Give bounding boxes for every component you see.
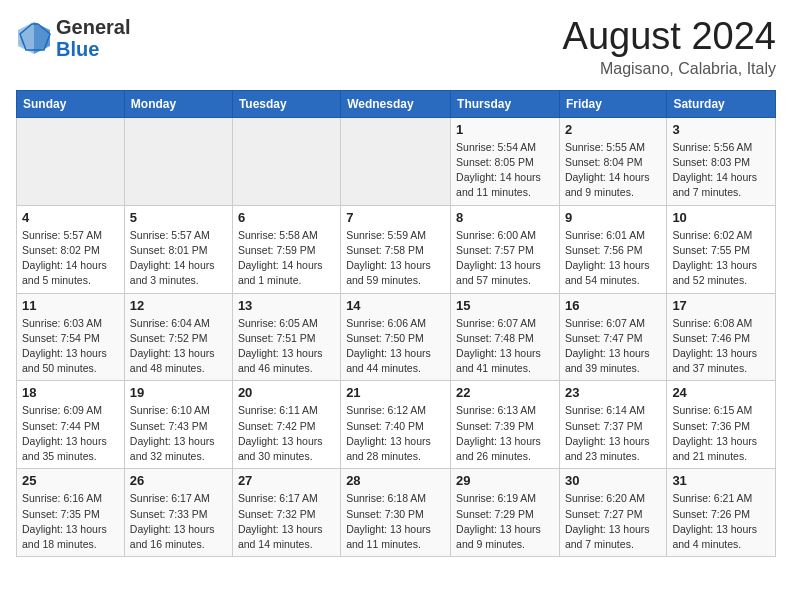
week-row-1: 1Sunrise: 5:54 AMSunset: 8:05 PMDaylight… <box>17 117 776 205</box>
day-cell: 27Sunrise: 6:17 AMSunset: 7:32 PMDayligh… <box>232 469 340 557</box>
day-number: 16 <box>565 298 661 313</box>
day-info: Sunrise: 5:57 AMSunset: 8:01 PMDaylight:… <box>130 229 215 287</box>
day-cell: 29Sunrise: 6:19 AMSunset: 7:29 PMDayligh… <box>451 469 560 557</box>
day-info: Sunrise: 5:56 AMSunset: 8:03 PMDaylight:… <box>672 141 757 199</box>
month-title: August 2024 <box>563 16 776 58</box>
day-cell: 26Sunrise: 6:17 AMSunset: 7:33 PMDayligh… <box>124 469 232 557</box>
day-info: Sunrise: 6:18 AMSunset: 7:30 PMDaylight:… <box>346 492 431 550</box>
day-cell: 21Sunrise: 6:12 AMSunset: 7:40 PMDayligh… <box>341 381 451 469</box>
header-wednesday: Wednesday <box>341 90 451 117</box>
day-number: 29 <box>456 473 554 488</box>
day-number: 23 <box>565 385 661 400</box>
day-number: 5 <box>130 210 227 225</box>
day-info: Sunrise: 6:19 AMSunset: 7:29 PMDaylight:… <box>456 492 541 550</box>
day-number: 2 <box>565 122 661 137</box>
day-cell: 31Sunrise: 6:21 AMSunset: 7:26 PMDayligh… <box>667 469 776 557</box>
day-info: Sunrise: 5:54 AMSunset: 8:05 PMDaylight:… <box>456 141 541 199</box>
day-info: Sunrise: 6:08 AMSunset: 7:46 PMDaylight:… <box>672 317 757 375</box>
day-number: 31 <box>672 473 770 488</box>
logo: General Blue <box>16 16 130 60</box>
calendar-table: SundayMondayTuesdayWednesdayThursdayFrid… <box>16 90 776 557</box>
header-monday: Monday <box>124 90 232 117</box>
day-number: 7 <box>346 210 445 225</box>
day-info: Sunrise: 6:04 AMSunset: 7:52 PMDaylight:… <box>130 317 215 375</box>
header-tuesday: Tuesday <box>232 90 340 117</box>
day-info: Sunrise: 6:12 AMSunset: 7:40 PMDaylight:… <box>346 404 431 462</box>
day-cell: 9Sunrise: 6:01 AMSunset: 7:56 PMDaylight… <box>559 205 666 293</box>
day-number: 30 <box>565 473 661 488</box>
day-cell: 11Sunrise: 6:03 AMSunset: 7:54 PMDayligh… <box>17 293 125 381</box>
day-number: 24 <box>672 385 770 400</box>
day-number: 22 <box>456 385 554 400</box>
day-info: Sunrise: 6:07 AMSunset: 7:47 PMDaylight:… <box>565 317 650 375</box>
day-cell <box>17 117 125 205</box>
day-number: 13 <box>238 298 335 313</box>
day-info: Sunrise: 5:57 AMSunset: 8:02 PMDaylight:… <box>22 229 107 287</box>
day-info: Sunrise: 6:20 AMSunset: 7:27 PMDaylight:… <box>565 492 650 550</box>
header-saturday: Saturday <box>667 90 776 117</box>
day-cell: 6Sunrise: 5:58 AMSunset: 7:59 PMDaylight… <box>232 205 340 293</box>
day-cell: 12Sunrise: 6:04 AMSunset: 7:52 PMDayligh… <box>124 293 232 381</box>
day-number: 9 <box>565 210 661 225</box>
day-cell: 16Sunrise: 6:07 AMSunset: 7:47 PMDayligh… <box>559 293 666 381</box>
svg-marker-3 <box>18 22 34 54</box>
week-row-5: 25Sunrise: 6:16 AMSunset: 7:35 PMDayligh… <box>17 469 776 557</box>
day-cell <box>232 117 340 205</box>
day-cell: 20Sunrise: 6:11 AMSunset: 7:42 PMDayligh… <box>232 381 340 469</box>
day-number: 1 <box>456 122 554 137</box>
day-info: Sunrise: 6:21 AMSunset: 7:26 PMDaylight:… <box>672 492 757 550</box>
day-info: Sunrise: 5:55 AMSunset: 8:04 PMDaylight:… <box>565 141 650 199</box>
day-info: Sunrise: 6:14 AMSunset: 7:37 PMDaylight:… <box>565 404 650 462</box>
day-cell: 2Sunrise: 5:55 AMSunset: 8:04 PMDaylight… <box>559 117 666 205</box>
day-cell: 3Sunrise: 5:56 AMSunset: 8:03 PMDaylight… <box>667 117 776 205</box>
day-number: 3 <box>672 122 770 137</box>
day-cell: 28Sunrise: 6:18 AMSunset: 7:30 PMDayligh… <box>341 469 451 557</box>
day-number: 28 <box>346 473 445 488</box>
day-cell: 14Sunrise: 6:06 AMSunset: 7:50 PMDayligh… <box>341 293 451 381</box>
day-info: Sunrise: 6:07 AMSunset: 7:48 PMDaylight:… <box>456 317 541 375</box>
svg-marker-2 <box>34 22 50 54</box>
week-row-2: 4Sunrise: 5:57 AMSunset: 8:02 PMDaylight… <box>17 205 776 293</box>
day-cell: 30Sunrise: 6:20 AMSunset: 7:27 PMDayligh… <box>559 469 666 557</box>
day-cell: 19Sunrise: 6:10 AMSunset: 7:43 PMDayligh… <box>124 381 232 469</box>
day-cell: 23Sunrise: 6:14 AMSunset: 7:37 PMDayligh… <box>559 381 666 469</box>
day-cell <box>124 117 232 205</box>
day-info: Sunrise: 6:10 AMSunset: 7:43 PMDaylight:… <box>130 404 215 462</box>
day-number: 21 <box>346 385 445 400</box>
day-number: 14 <box>346 298 445 313</box>
day-info: Sunrise: 6:17 AMSunset: 7:32 PMDaylight:… <box>238 492 323 550</box>
day-cell <box>341 117 451 205</box>
day-number: 12 <box>130 298 227 313</box>
day-info: Sunrise: 6:06 AMSunset: 7:50 PMDaylight:… <box>346 317 431 375</box>
day-cell: 17Sunrise: 6:08 AMSunset: 7:46 PMDayligh… <box>667 293 776 381</box>
week-row-3: 11Sunrise: 6:03 AMSunset: 7:54 PMDayligh… <box>17 293 776 381</box>
day-cell: 4Sunrise: 5:57 AMSunset: 8:02 PMDaylight… <box>17 205 125 293</box>
day-cell: 10Sunrise: 6:02 AMSunset: 7:55 PMDayligh… <box>667 205 776 293</box>
day-cell: 1Sunrise: 5:54 AMSunset: 8:05 PMDaylight… <box>451 117 560 205</box>
day-number: 20 <box>238 385 335 400</box>
day-info: Sunrise: 6:09 AMSunset: 7:44 PMDaylight:… <box>22 404 107 462</box>
logo-icon <box>16 20 52 56</box>
day-cell: 15Sunrise: 6:07 AMSunset: 7:48 PMDayligh… <box>451 293 560 381</box>
day-number: 17 <box>672 298 770 313</box>
page-header: General Blue August 2024 Magisano, Calab… <box>16 16 776 78</box>
day-number: 19 <box>130 385 227 400</box>
day-number: 11 <box>22 298 119 313</box>
day-number: 6 <box>238 210 335 225</box>
header-sunday: Sunday <box>17 90 125 117</box>
calendar-body: 1Sunrise: 5:54 AMSunset: 8:05 PMDaylight… <box>17 117 776 556</box>
day-info: Sunrise: 6:17 AMSunset: 7:33 PMDaylight:… <box>130 492 215 550</box>
day-info: Sunrise: 5:58 AMSunset: 7:59 PMDaylight:… <box>238 229 323 287</box>
day-number: 8 <box>456 210 554 225</box>
day-info: Sunrise: 6:15 AMSunset: 7:36 PMDaylight:… <box>672 404 757 462</box>
day-cell: 13Sunrise: 6:05 AMSunset: 7:51 PMDayligh… <box>232 293 340 381</box>
logo-blue-text: Blue <box>56 38 99 60</box>
header-thursday: Thursday <box>451 90 560 117</box>
day-info: Sunrise: 6:03 AMSunset: 7:54 PMDaylight:… <box>22 317 107 375</box>
day-cell: 8Sunrise: 6:00 AMSunset: 7:57 PMDaylight… <box>451 205 560 293</box>
logo-general-text: General <box>56 16 130 38</box>
title-block: August 2024 Magisano, Calabria, Italy <box>563 16 776 78</box>
day-number: 15 <box>456 298 554 313</box>
day-info: Sunrise: 6:05 AMSunset: 7:51 PMDaylight:… <box>238 317 323 375</box>
week-row-4: 18Sunrise: 6:09 AMSunset: 7:44 PMDayligh… <box>17 381 776 469</box>
